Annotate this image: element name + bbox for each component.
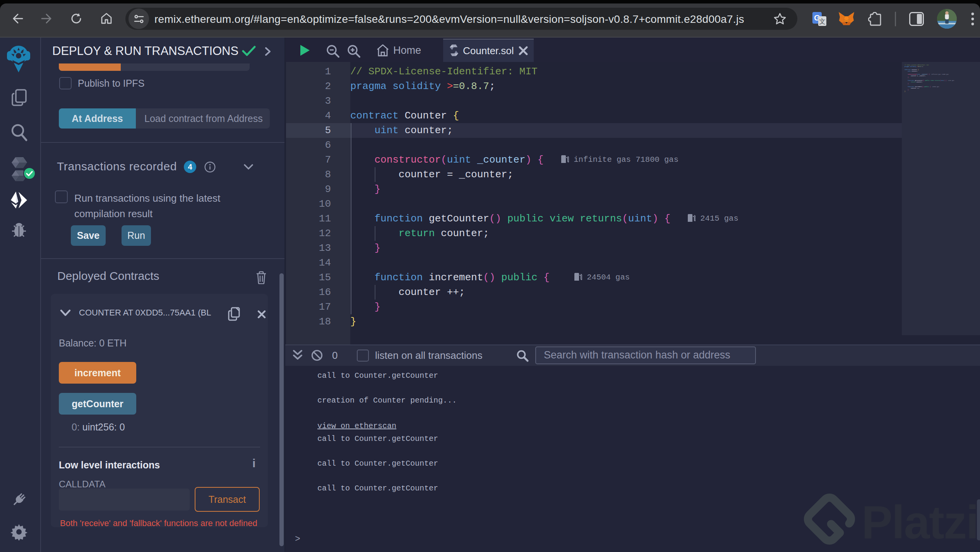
svg-text:Platzi: Platzi	[862, 496, 978, 548]
svg-text:文: 文	[819, 18, 826, 25]
